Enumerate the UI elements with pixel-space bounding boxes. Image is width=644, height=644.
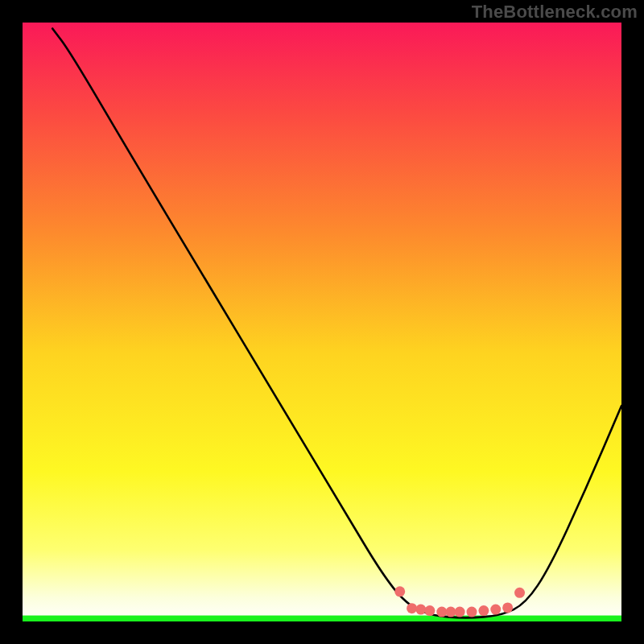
marker-dot <box>478 605 489 616</box>
gradient-background <box>23 23 621 621</box>
marker-dot <box>490 605 501 615</box>
marker-dot <box>502 602 513 613</box>
marker-dot <box>455 607 465 617</box>
marker-dot <box>394 586 405 597</box>
marker-dot <box>436 607 447 617</box>
bottleneck-chart <box>23 23 621 621</box>
marker-dot <box>407 603 417 613</box>
marker-dot <box>467 607 477 617</box>
green-band <box>23 616 621 621</box>
watermark-text: TheBottleneck.com <box>472 2 638 23</box>
chart-frame: TheBottleneck.com <box>0 0 644 644</box>
marker-dot <box>445 607 456 617</box>
marker-dot <box>514 588 525 598</box>
marker-dot <box>415 605 426 615</box>
plot-area <box>23 23 621 621</box>
marker-dot <box>424 605 435 616</box>
